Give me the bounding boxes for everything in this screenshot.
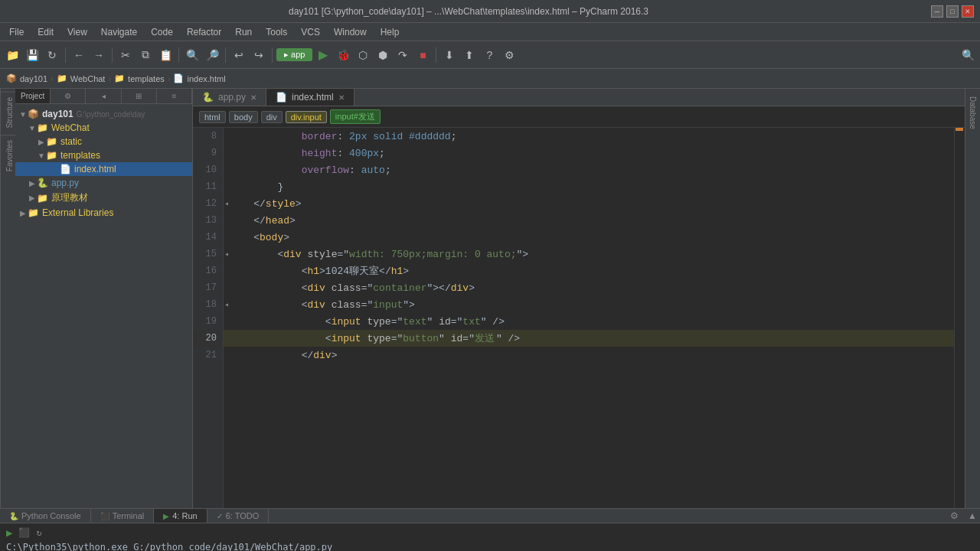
bc-templates-icon: 📁 — [114, 73, 125, 83]
run-stop-icon[interactable]: ⬛ — [18, 527, 30, 538]
tb-back-btn[interactable]: ← — [70, 46, 88, 64]
tree-templates[interactable]: ▼ 📁 templates — [15, 148, 192, 162]
help-btn[interactable]: ? — [480, 46, 498, 64]
bc-root-icon: 📦 — [6, 73, 17, 83]
settings-btn[interactable]: ⚙ — [500, 46, 518, 64]
sidebar-project-tab[interactable]: Project — [15, 89, 51, 103]
tab-indexhtml[interactable]: 📄 index.html ✕ — [266, 89, 354, 106]
tree-icon-templates: 📁 — [46, 150, 57, 161]
project-sidebar: Project ⚙ ◂ ⊞ ≡ ▼ 📦 day101 G:\python_cod… — [15, 89, 193, 508]
todo-icon: ✓ — [217, 512, 223, 520]
eb-html[interactable]: html — [199, 111, 226, 123]
tree-day101[interactable]: ▼ 📦 day101 G:\python_code\day — [15, 107, 192, 121]
debug-button[interactable]: 🐞 — [334, 46, 352, 64]
tb-cut-btn[interactable]: ✂ — [116, 46, 135, 64]
tb-sync-btn[interactable]: ↻ — [43, 46, 61, 64]
tree-indexhtml[interactable]: 📄 index.html — [15, 162, 192, 176]
menu-edit[interactable]: Edit — [31, 25, 60, 39]
tb-project-btn[interactable]: 📁 — [3, 46, 21, 64]
tree-yuanli[interactable]: ▶ 📁 原理教材 — [15, 190, 192, 206]
bc-indexhtml[interactable]: index.html — [187, 74, 225, 83]
menu-refactor[interactable]: Refactor — [181, 25, 227, 39]
tree-icon-day101: 📦 — [28, 109, 39, 119]
tb-redo-btn[interactable]: ↪ — [250, 46, 268, 64]
run-button[interactable]: ▶ — [314, 46, 332, 64]
tb-save-btn[interactable]: 💾 — [23, 46, 41, 64]
minimize-button[interactable]: ─ — [931, 5, 943, 18]
tb-sep5 — [272, 47, 273, 63]
bc-templates[interactable]: templates — [128, 74, 165, 83]
ln-15: ◂ 15 — [193, 246, 223, 262]
tab-indexhtml-close[interactable]: ✕ — [338, 93, 345, 102]
ln-11: 11 — [193, 178, 223, 195]
step-over-btn[interactable]: ↷ — [394, 46, 412, 64]
menu-file[interactable]: File — [3, 25, 30, 39]
bottom-tab-terminal[interactable]: ⬛ Terminal — [91, 509, 155, 523]
tree-static[interactable]: ▶ 📁 static — [15, 135, 192, 148]
eb-div[interactable]: div — [261, 111, 283, 123]
bt-up-icon[interactable]: ▲ — [965, 509, 980, 523]
tree-external[interactable]: ▶ 📁 External Libraries — [15, 206, 192, 220]
ln-19: 19 — [193, 313, 223, 330]
menu-navigate[interactable]: Navigate — [95, 25, 143, 39]
menu-code[interactable]: Code — [145, 25, 179, 39]
database-tab[interactable]: Database — [967, 92, 978, 134]
bc-day101[interactable]: day101 — [20, 74, 47, 83]
tree-icon-indexhtml: 📄 — [60, 164, 71, 174]
code-editor[interactable]: 8 9 10 11 ◂ 12 13 14 ◂ 15 16 17 ◂ 18 — [193, 128, 965, 508]
close-button[interactable]: ✕ — [962, 5, 974, 18]
tree-arrow-templates: ▼ — [37, 152, 46, 160]
sidebar-settings[interactable]: ⚙ — [51, 89, 86, 103]
bottom-tab-todo[interactable]: ✓ 6: TODO — [207, 509, 270, 523]
tb-undo-btn[interactable]: ↩ — [230, 46, 248, 64]
bt-settings-icon[interactable]: ⚙ — [947, 509, 962, 523]
tb-paste-btn[interactable]: 📋 — [156, 46, 175, 64]
tree-webchat[interactable]: ▼ 📁 WebChat — [15, 121, 192, 135]
run-config-selector[interactable]: ▸ app — [276, 48, 312, 61]
run-play-icon[interactable]: ▶ — [6, 527, 12, 539]
menu-view[interactable]: View — [61, 25, 93, 39]
tree-path-day101: G:\python_code\day — [77, 110, 145, 119]
sidebar-options[interactable]: ≡ — [157, 89, 192, 103]
bottom-tab-pythonconsole[interactable]: 🐍 Python Console — [0, 509, 91, 523]
stop-button[interactable]: ■ — [413, 46, 432, 64]
bottom-tab-run[interactable]: ▶ 4: Run — [154, 509, 207, 523]
eb-inputfasong[interactable]: input#发送 — [330, 109, 381, 124]
search-btn[interactable]: 🔍 — [959, 46, 977, 64]
code-content[interactable]: border : 2px solid #dddddd ; height : 40… — [224, 128, 954, 508]
tb-sep1 — [65, 47, 66, 63]
vcs-commit-btn[interactable]: ⬆ — [460, 46, 479, 64]
eb-divinput[interactable]: div.input — [286, 111, 327, 123]
ln-18-fold: ◂ — [224, 300, 229, 309]
editor-tabs: 🐍 app.py ✕ 📄 index.html ✕ — [193, 89, 965, 106]
eb-body[interactable]: body — [229, 111, 258, 123]
coverage-button[interactable]: ⬡ — [354, 46, 372, 64]
tb-find-btn[interactable]: 🔍 — [183, 46, 201, 64]
menu-help[interactable]: Help — [374, 25, 406, 39]
bc-webchat[interactable]: WebChat — [70, 74, 106, 83]
vcs-update-btn[interactable]: ⬇ — [440, 46, 459, 64]
breadcrumb: 📦 day101 › 📁 WebChat › 📁 templates › 📄 i… — [0, 69, 980, 89]
tree-arrow-webchat: ▼ — [28, 124, 37, 132]
tb-copy-btn[interactable]: ⧉ — [136, 46, 155, 64]
tab-apppy[interactable]: 🐍 app.py ✕ — [193, 89, 266, 106]
maximize-button[interactable]: □ — [946, 5, 959, 18]
tab-apppy-close[interactable]: ✕ — [250, 93, 256, 102]
ln-21: 21 — [193, 347, 223, 364]
tree-apppy[interactable]: ▶ 🐍 app.py — [15, 176, 192, 190]
menu-vcs[interactable]: VCS — [295, 25, 326, 39]
structure-tab[interactable]: Structure — [1, 92, 15, 133]
sidebar-collapse[interactable]: ◂ — [86, 89, 121, 103]
tb-forward-btn[interactable]: → — [90, 46, 108, 64]
code-line-9: height : 400px ; — [224, 145, 954, 161]
tree-arrow-yuanli: ▶ — [28, 194, 37, 202]
run-restart-icon[interactable]: ↻ — [36, 527, 41, 538]
menu-run[interactable]: Run — [229, 25, 258, 39]
favorites-tab[interactable]: Favorites — [1, 135, 15, 176]
sidebar-expand[interactable]: ⊞ — [122, 89, 157, 103]
menu-window[interactable]: Window — [328, 25, 373, 39]
tb-replace-btn[interactable]: 🔎 — [203, 46, 221, 64]
profile-button[interactable]: ⬢ — [374, 46, 392, 64]
menu-tools[interactable]: Tools — [260, 25, 293, 39]
bottom-panel: 🐍 Python Console ⬛ Terminal ▶ 4: Run ✓ 6… — [0, 508, 980, 551]
